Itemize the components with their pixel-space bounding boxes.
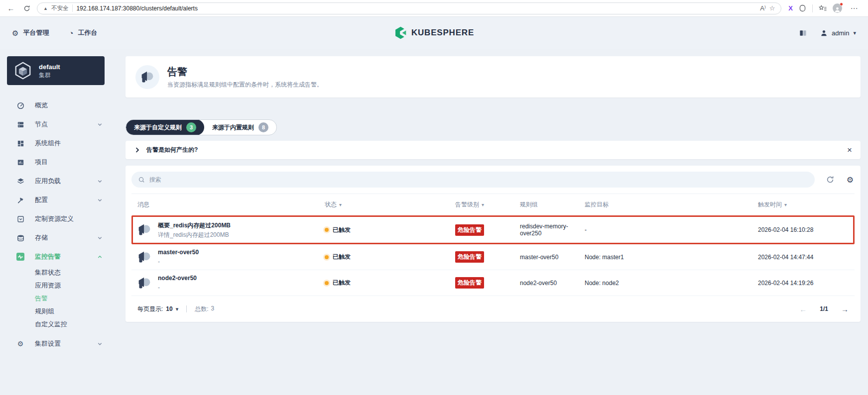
components-grid-icon — [16, 139, 24, 147]
search-input[interactable] — [149, 176, 808, 183]
workbench-link[interactable]: ◔ 工作台 — [69, 28, 97, 37]
browser-menu-button[interactable]: ⋯ — [848, 2, 860, 14]
platform-management-menu[interactable]: ⚙ 平台管理 — [12, 28, 49, 37]
column-header-time[interactable]: 触发时间▾ — [758, 200, 849, 209]
browser-refresh-button[interactable] — [21, 2, 33, 14]
workbench-icon: ◔ — [69, 29, 73, 37]
security-label: 不安全 — [51, 4, 73, 12]
pagination: ← 1/1 → — [799, 305, 849, 313]
close-icon[interactable]: × — [847, 146, 852, 154]
storage-cylinder-icon — [16, 234, 24, 242]
user-menu[interactable]: admin ▾ — [820, 29, 856, 37]
rule-group-value: node2-over50 — [520, 280, 585, 287]
table-row[interactable]: 概要_redis内存超过200MB 详情_redis内存超过200MB 已触发 … — [131, 215, 855, 244]
status-dot — [325, 255, 329, 259]
sidebar-item-nodes[interactable]: 节点 — [0, 115, 114, 134]
column-header-rule-group: 规则组 — [520, 200, 585, 209]
favorite-star-icon[interactable]: ☆ — [769, 4, 775, 12]
search-icon — [138, 177, 145, 183]
alert-message-title: node2-over50 — [158, 274, 197, 282]
per-page-selector[interactable]: 每页显示: 10 ▾ — [137, 305, 178, 313]
kubesphere-logo[interactable]: KUBESPHERE — [394, 26, 474, 39]
total-label: 总数: — [195, 305, 208, 313]
browser-profile-avatar[interactable] — [833, 3, 842, 13]
sidebar-item-monitoring-alerting[interactable]: 监控告警 — [0, 247, 114, 266]
docs-book-icon[interactable] — [799, 29, 807, 37]
rule-group-value: master-over50 — [520, 254, 585, 261]
sidebar-item-workloads[interactable]: 应用负载 — [0, 172, 114, 191]
not-secure-warning-icon: ▲ — [43, 6, 48, 11]
column-header-status[interactable]: 状态▾ — [325, 200, 455, 209]
x-extension-icon[interactable]: X — [788, 4, 793, 12]
sidebar: default 集群 概览 节点 系统组件 项目 应用负载 配置 — [0, 49, 114, 395]
sort-caret-icon: ▾ — [339, 202, 342, 207]
chevron-down-icon — [97, 341, 103, 347]
tab-custom-rules[interactable]: 来源于自定义规则 3 — [126, 119, 204, 135]
next-page-arrow[interactable]: → — [841, 305, 849, 313]
monitoring-pulse-icon — [16, 253, 24, 261]
search-box[interactable] — [131, 172, 815, 188]
table-row[interactable]: node2-over50 - 已触发 危险告警 node2-over50 Nod… — [131, 270, 855, 296]
server-icon — [16, 120, 24, 128]
chevron-down-icon: ▾ — [853, 30, 856, 36]
refresh-icon[interactable] — [826, 175, 835, 184]
status-text: 已触发 — [333, 253, 351, 261]
extension-icon[interactable] — [799, 4, 806, 12]
how-alerts-work-banner[interactable]: 告警是如何产生的? × — [125, 141, 861, 159]
sidebar-subitem-rule-groups[interactable]: 规则组 — [0, 305, 114, 318]
megaphone-icon — [137, 250, 151, 264]
trigger-time-value: 2026-02-04 14:19:26 — [758, 280, 849, 287]
trigger-time-value: 2026-02-04 16:10:28 — [758, 226, 849, 233]
sidebar-item-storage[interactable]: 存储 — [0, 228, 114, 247]
sidebar-item-system-components[interactable]: 系统组件 — [0, 134, 114, 153]
severity-badge: 危险告警 — [455, 251, 484, 263]
alert-message-title: master-over50 — [158, 248, 199, 256]
builtin-rules-count-badge: 8 — [258, 122, 268, 132]
sort-caret-icon: ▾ — [784, 202, 787, 207]
total-value: 3 — [211, 305, 215, 313]
gear-icon: ⚙ — [12, 29, 18, 37]
table-row[interactable]: master-over50 - 已触发 危险告警 master-over50 N… — [131, 244, 855, 270]
sort-caret-icon: ▾ — [482, 202, 484, 207]
chevron-up-icon — [97, 254, 103, 260]
cluster-selector[interactable]: default 集群 — [7, 56, 105, 85]
cluster-name: default — [39, 63, 60, 71]
person-icon — [834, 6, 841, 13]
browser-extensions-area: X ⋯ — [785, 2, 863, 14]
chevron-down-icon — [97, 198, 103, 203]
trigger-time-value: 2026-02-04 14:47:44 — [758, 254, 849, 261]
page-indicator: 1/1 — [820, 305, 828, 312]
sidebar-item-crd[interactable]: 定制资源定义 — [0, 209, 114, 228]
read-aloud-icon[interactable]: A) — [760, 4, 765, 12]
page-header-banner: 告警 当资源指标满足规则组中配置的条件时，系统将生成告警。 — [125, 56, 861, 98]
monitoring-target-value: - — [585, 226, 758, 233]
favorites-bar-icon[interactable] — [819, 4, 827, 12]
address-bar[interactable]: ▲ 不安全 192.168.174.187:30880/clusters/def… — [37, 2, 781, 14]
severity-badge: 危险告警 — [455, 224, 484, 236]
alerts-table-card: ⚙ 消息 状态▾ 告警级别▾ 规则组 监控目标 触发时间▾ 概要_redis内存… — [125, 166, 861, 322]
tab-builtin-rules[interactable]: 来源于内置规则 8 — [204, 119, 276, 135]
chevron-down-icon: ▾ — [176, 306, 179, 312]
sidebar-item-cluster-settings[interactable]: ⚙ 集群设置 — [0, 334, 114, 353]
sidebar-subitem-custom-monitoring[interactable]: 自定义监控 — [0, 318, 114, 331]
column-header-level[interactable]: 告警级别▾ — [455, 200, 520, 209]
column-settings-gear-icon[interactable]: ⚙ — [846, 175, 855, 184]
user-icon — [820, 29, 828, 37]
status-text: 已触发 — [333, 279, 351, 287]
sidebar-subitem-alerts[interactable]: 告警 — [0, 292, 114, 305]
previous-page-arrow[interactable]: ← — [799, 305, 807, 313]
sidebar-item-overview[interactable]: 概览 — [0, 96, 114, 115]
custom-rules-count-badge: 3 — [186, 122, 196, 132]
hammer-icon — [16, 196, 24, 204]
chevron-down-icon — [97, 122, 103, 127]
sidebar-item-configuration[interactable]: 配置 — [0, 191, 114, 209]
alert-message-title: 概要_redis内存超过200MB — [158, 221, 231, 229]
sidebar-item-projects[interactable]: 项目 — [0, 153, 114, 172]
sidebar-subitem-cluster-status[interactable]: 集群状态 — [0, 266, 114, 279]
sidebar-subitem-app-resources[interactable]: 应用资源 — [0, 279, 114, 292]
layers-icon — [16, 177, 24, 185]
table-header: 消息 状态▾ 告警级别▾ 规则组 监控目标 触发时间▾ — [131, 194, 855, 215]
browser-back-button[interactable]: ← — [5, 2, 17, 14]
app-header: ⚙ 平台管理 ◔ 工作台 KUBESPHERE admin ▾ — [0, 17, 868, 49]
alert-source-tabs: 来源于自定义规则 3 来源于内置规则 8 — [125, 119, 277, 135]
